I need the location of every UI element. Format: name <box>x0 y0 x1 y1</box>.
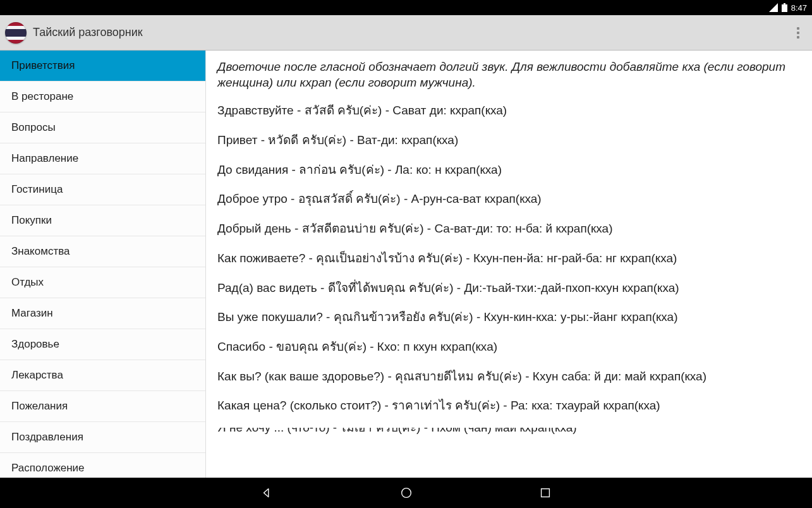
sidebar-item[interactable]: Поздравления <box>0 422 205 453</box>
recent-apps-button[interactable] <box>533 480 558 505</box>
status-bar: 8:47 <box>0 0 812 15</box>
sidebar-item[interactable]: Лекарства <box>0 360 205 391</box>
overflow-menu-button[interactable] <box>789 20 807 45</box>
sidebar-item[interactable]: Пожелания <box>0 391 205 422</box>
phrase-line: Доброе утро - อรุณสวัสดิ์ ครับ(ค่ะ) - А-… <box>217 191 801 207</box>
sidebar-item[interactable]: В ресторане <box>0 82 205 112</box>
phrase-line-partial: Я не хочу ... (что-то) - ไม่เอา ครับ(ค่ะ… <box>217 428 801 434</box>
phrase-line: Здравствуйте - สวัสดี ครับ(ค่ะ) - Сават … <box>217 103 801 119</box>
phrase-line: Как поживаете? - คุณเป็นอย่างไรบ้าง ครับ… <box>217 251 801 267</box>
content-pane[interactable]: Двоеточие после гласной обозначает долги… <box>206 51 812 478</box>
svg-point-2 <box>401 488 411 498</box>
sidebar-item[interactable]: Магазин <box>0 298 205 329</box>
back-button[interactable] <box>255 480 280 505</box>
sidebar-item[interactable]: Расположение <box>0 453 205 478</box>
navigation-bar <box>0 478 812 508</box>
sidebar-item[interactable]: Приветствия <box>0 51 205 82</box>
sidebar-item[interactable]: Гостиница <box>0 174 205 205</box>
sidebar-item[interactable]: Направление <box>0 143 205 174</box>
signal-icon <box>769 3 778 12</box>
battery-icon <box>782 3 787 12</box>
sidebar-item[interactable]: Отдых <box>0 267 205 298</box>
phrase-line: Какая цена? (сколько стоит?) - ราคาเท่าไ… <box>217 398 801 414</box>
home-button[interactable] <box>394 480 419 505</box>
svg-rect-0 <box>782 4 787 12</box>
phrase-line: Спасибо - ขอบคุณ ครับ(ค่ะ) - Кхо: п кхун… <box>217 339 801 355</box>
status-time: 8:47 <box>791 3 807 13</box>
sidebar-item[interactable]: Здоровье <box>0 329 205 360</box>
svg-rect-1 <box>784 3 785 4</box>
sidebar-item[interactable]: Покупки <box>0 205 205 236</box>
app-icon-thai-flag <box>5 22 27 44</box>
phrase-line: Как вы? (как ваше здоровье?) - คุณสบายดี… <box>217 369 801 385</box>
phrase-line: До свидания - ลาก่อน ครับ(ค่ะ) - Ла: ко:… <box>217 162 801 178</box>
sidebar-item[interactable]: Вопросы <box>0 112 205 143</box>
content-intro-text: Двоеточие после гласной обозначает долги… <box>217 59 801 90</box>
phrase-line: Привет - หวัดดี ครับ(ค่ะ) - Ват-ди: кхра… <box>217 133 801 148</box>
action-bar: Тайский разговорник <box>0 15 812 51</box>
main-area: ПриветствияВ ресторанеВопросыНаправление… <box>0 51 812 478</box>
phrase-line: Добрый день - สวัสดีตอนบ่าย ครับ(ค่ะ) - … <box>217 221 801 237</box>
app-title: Тайский разговорник <box>33 26 783 39</box>
phrase-line: Вы уже покушали? - คุณกินข้าวหรือยัง ครั… <box>217 310 801 325</box>
svg-rect-3 <box>541 489 549 497</box>
sidebar-item[interactable]: Знакомства <box>0 236 205 267</box>
category-sidebar[interactable]: ПриветствияВ ресторанеВопросыНаправление… <box>0 51 206 478</box>
phrase-line: Рад(а) вас видеть - ดีใจที่ได้พบคุณ ครับ… <box>217 281 801 296</box>
